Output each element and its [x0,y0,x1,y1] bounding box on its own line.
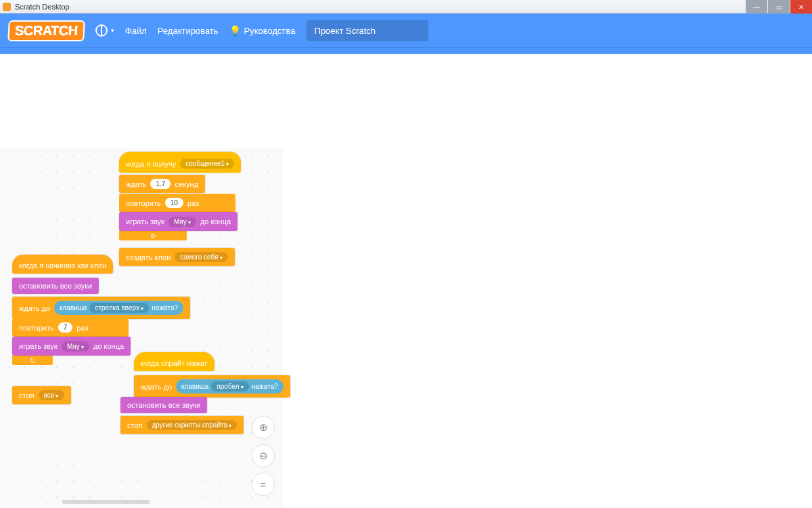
clone-dropdown[interactable]: самого себя [175,252,227,262]
window-titlebar: Scratch Desktop — ▭ ✕ [0,0,812,14]
block-label: нажата? [152,304,178,312]
scratch-logo[interactable]: SCRATCH [7,20,85,41]
edit-menu-label: Редактировать [158,26,219,36]
stop-dropdown[interactable]: все [39,390,64,400]
globe-icon [95,24,108,37]
block-label: играть звук [126,217,164,226]
equals-icon: = [261,479,267,490]
lightbulb-icon: 💡 [229,25,241,36]
sound-dropdown[interactable]: Мяу [168,217,196,227]
language-menu[interactable]: ▾ [95,24,114,37]
number-input[interactable]: 7 [58,322,73,333]
zoom-controls: ⊕ ⊖ = [252,416,275,496]
block-label: нажата? [252,383,278,390]
block-play-sound-until-done[interactable]: играть звук Мяу до конца [119,212,238,231]
block-label: ждать до [141,383,172,391]
block-label: повторить [126,199,161,207]
block-repeat[interactable]: повторить 7 раз играть звук Мяу до конца… [12,318,129,365]
block-wait[interactable]: ждать 1.7 секунд [119,175,205,193]
block-label: ждать [126,180,146,188]
zoom-reset-button[interactable]: = [252,473,275,496]
block-stop-all-sounds[interactable]: остановить все звуки [12,278,99,294]
number-input[interactable]: 1.7 [150,179,171,189]
chevron-down-icon: ▾ [111,27,114,34]
block-when-sprite-clicked[interactable]: когда спрайт нажат [134,352,215,371]
scripts-workspace[interactable]: когда я получу сообщение1 ждать 1.7 секу… [0,148,283,508]
message-dropdown[interactable]: сообщение1 [180,158,234,169]
project-name-input[interactable] [307,20,428,41]
block-label: стоп [19,391,35,400]
menu-bar: SCRATCH ▾ Файл Редактировать 💡 Руководст… [0,14,812,47]
block-label: остановить все звуки [127,401,200,409]
block-label: играть звук [19,342,58,350]
block-label: клавиша [181,383,208,390]
block-when-i-start-as-clone[interactable]: когда я начинаю как клон [12,255,113,274]
zoom-out-button[interactable]: ⊖ [252,444,275,467]
sensing-key-pressed[interactable]: клавиша пробел нажата? [176,379,284,394]
plus-icon: ⊕ [259,421,268,433]
block-stop[interactable]: стоп все [12,386,71,404]
edit-menu[interactable]: Редактировать [158,26,219,36]
stop-dropdown[interactable]: другие скрипты спрайта [147,420,238,430]
tutorials-menu[interactable]: 💡 Руководства [229,25,296,36]
block-label: ждать до [19,304,50,312]
block-label: создать клон [126,253,171,261]
block-label: повторить [19,324,54,332]
block-wait-until[interactable]: ждать до клавиша пробел нажата? [134,375,290,398]
key-dropdown[interactable]: пробел [211,381,248,391]
toolbar-hint [0,47,812,54]
zoom-in-button[interactable]: ⊕ [252,416,275,439]
app-icon [3,3,11,11]
file-menu-label: Файл [125,26,147,36]
block-label: раз [76,324,88,332]
block-label: секунд [175,180,198,188]
block-repeat[interactable]: повторить 10 раз играть звук Мяу до конц… [119,194,235,240]
block-label: когда я начинаю как клон [19,261,106,270]
block-wait-until[interactable]: ждать до клавиша стрелка вверх нажата? [12,297,190,319]
maximize-button[interactable]: ▭ [768,0,790,14]
block-label: клавиша [60,304,87,312]
loop-arrow-icon: ↻ [30,357,35,364]
block-create-clone[interactable]: создать клон самого себя [119,248,235,266]
minus-icon: ⊖ [259,450,268,462]
number-input[interactable]: 10 [165,198,183,208]
block-stop[interactable]: стоп другие скрипты спрайта [120,416,244,434]
block-play-sound-until-done[interactable]: играть звук Мяу до конца [12,337,131,356]
window-controls: — ▭ ✕ [746,0,812,14]
block-when-i-receive[interactable]: когда я получу сообщение1 [119,152,241,173]
window-title: Scratch Desktop [15,3,70,11]
sound-dropdown[interactable]: Мяу [62,341,89,352]
file-menu[interactable]: Файл [125,26,147,36]
block-label: до конца [93,342,124,350]
sensing-key-pressed[interactable]: клавиша стрелка вверх нажата? [54,301,183,315]
loop-arrow-icon: ↻ [150,232,156,240]
block-label: стоп [127,421,143,429]
block-label: остановить все звуки [19,282,92,290]
tutorials-label: Руководства [244,26,296,36]
key-dropdown[interactable]: стрелка вверх [89,303,149,313]
horizontal-scrollbar[interactable] [62,500,150,504]
block-label: до конца [200,217,231,226]
block-label: когда спрайт нажат [141,359,208,367]
block-label: раз [187,199,199,207]
block-label: когда я получу [126,160,176,168]
block-stop-all-sounds[interactable]: остановить все звуки [120,397,207,413]
close-button[interactable]: ✕ [790,0,812,14]
minimize-button[interactable]: — [746,0,767,14]
